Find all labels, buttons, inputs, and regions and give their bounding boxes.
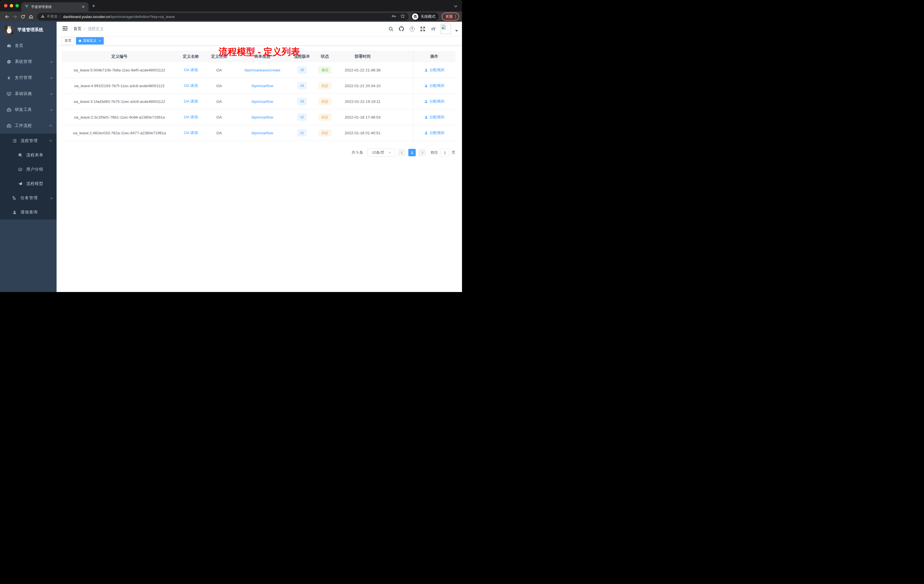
- sidebar-item-devtools[interactable]: 研发工具: [0, 102, 56, 118]
- yen-icon: ¥: [6, 76, 12, 80]
- sidebar-item-leave-query[interactable]: 请假查询: [0, 205, 56, 219]
- cell-category: OA: [205, 78, 234, 94]
- cell-deploy-time: 2022-01-16 17:46:53: [337, 109, 389, 125]
- close-window-button[interactable]: [4, 4, 7, 7]
- cell-category: OA: [205, 109, 234, 125]
- breadcrumb-home[interactable]: 首页: [73, 26, 81, 31]
- next-page-button[interactable]: [419, 149, 426, 156]
- sidebar-item-payment[interactable]: ¥ 支付管理: [0, 70, 56, 86]
- assign-rule-button[interactable]: 分配规则: [424, 130, 444, 135]
- version-badge: v4: [297, 82, 307, 89]
- col-actions: 操作: [413, 51, 455, 62]
- cell-definition-id: oa_leave:5:004b710b-7b8a-11ec-8ef0-acde4…: [62, 62, 177, 78]
- form-info-link[interactable]: /bpm/oa/leave/create: [244, 68, 280, 72]
- minimize-window-button[interactable]: [10, 4, 13, 7]
- tab-close-icon[interactable]: ✕: [81, 5, 86, 9]
- hamburger-icon[interactable]: [60, 26, 70, 32]
- definition-name-link[interactable]: OA 请假: [184, 99, 198, 104]
- security-label[interactable]: 不安全: [46, 14, 58, 19]
- browser-tab[interactable]: 芋道管理系统 ✕: [21, 2, 89, 12]
- search-icon[interactable]: [388, 26, 394, 32]
- url-text[interactable]: dashboard.yudao.iocoder.cn/bpm/manager/d…: [63, 15, 389, 19]
- sidebar-item-process-form[interactable]: 流程表单: [0, 148, 56, 162]
- assign-rule-button[interactable]: 分配规则: [424, 115, 444, 120]
- workflow-submenu: 流程管理 流程表单 用户分组: [0, 134, 56, 219]
- definition-name-link[interactable]: OA 请假: [184, 115, 198, 120]
- goto-page-input[interactable]: [440, 149, 449, 156]
- assign-rule-button[interactable]: 分配规则: [424, 99, 444, 104]
- status-badge: 挂起: [318, 114, 331, 120]
- sidebar-item-workflow[interactable]: 工作流程: [0, 118, 56, 134]
- security-warning-icon[interactable]: [41, 14, 45, 20]
- status-badge: 挂起: [318, 82, 331, 89]
- form-info-link[interactable]: /bpm/oa/flow: [251, 131, 274, 135]
- address-bar[interactable]: 不安全 dashboard.yudao.iocoder.cn/bpm/manag…: [37, 13, 409, 21]
- current-page-button[interactable]: 1: [408, 149, 416, 156]
- org-tree-icon: [12, 196, 17, 200]
- home-button[interactable]: [27, 13, 35, 21]
- tab-overview-chevron-icon[interactable]: [455, 3, 458, 6]
- sidebar-item-home[interactable]: 首页: [0, 38, 56, 54]
- table-header-row: 定义编号 定义名称 定义分类 表单信息 流程版本 状态 部署时间 操作: [62, 51, 455, 62]
- chrome-update-button[interactable]: 更新: [442, 13, 459, 21]
- zoom-window-button[interactable]: [15, 4, 19, 7]
- password-key-icon[interactable]: [391, 14, 396, 20]
- col-definition-name: 定义名称: [177, 51, 205, 62]
- table-row: oa_leave:2:3c1f0ef1-76b1-11ec-9c66-a2380…: [62, 109, 455, 125]
- form-info-link[interactable]: /bpm/oa/flow: [251, 84, 274, 88]
- cell-deploy-time: 2022-01-16 01:40:51: [337, 125, 389, 141]
- sidebar-item-user-group[interactable]: 用户分组: [0, 162, 56, 177]
- sidebar-logo[interactable]: 芋道管理系统: [0, 22, 56, 38]
- form-info-link[interactable]: /bpm/oa/flow: [251, 99, 274, 104]
- cell-category: OA: [205, 62, 234, 78]
- definition-name-link[interactable]: OA 请假: [184, 83, 198, 88]
- tag-home[interactable]: 首页: [62, 37, 74, 45]
- sidebar-item-task-manage[interactable]: 任务管理: [0, 191, 56, 205]
- version-badge: v3: [297, 98, 307, 105]
- sidebar-item-infra[interactable]: 基础设施: [0, 86, 56, 102]
- user-avatar[interactable]: [441, 24, 451, 34]
- sidebar-item-process-model[interactable]: 流程模型: [0, 177, 56, 191]
- chevron-down-icon: [50, 92, 53, 95]
- prev-page-button[interactable]: [398, 149, 406, 156]
- col-form-info: 表单信息: [234, 51, 291, 62]
- briefcase-icon: [6, 124, 12, 128]
- assign-rule-button[interactable]: 分配规则: [424, 68, 444, 73]
- goto-label: 前往: [431, 150, 438, 155]
- new-tab-button[interactable]: +: [92, 2, 95, 10]
- reload-button[interactable]: [19, 13, 27, 21]
- sidebar-item-process-manage[interactable]: 流程管理: [0, 134, 56, 148]
- definition-name-link[interactable]: OA 请假: [184, 68, 198, 73]
- page-size-select[interactable]: 10条/页: [367, 148, 395, 157]
- sidebar: 芋道管理系统 首页 系统管理 ¥ 支付管: [0, 22, 56, 292]
- tag-process-definition[interactable]: 流程定义 ×: [76, 37, 104, 45]
- col-definition-category: 定义分类: [205, 51, 234, 62]
- forward-button[interactable]: [11, 13, 19, 21]
- window-controls[interactable]: [4, 4, 19, 7]
- fullscreen-icon[interactable]: [419, 26, 426, 32]
- user-icon: [424, 84, 428, 88]
- avatar-dropdown-caret[interactable]: [455, 30, 458, 32]
- status-badge: 激活: [318, 66, 331, 73]
- font-size-icon[interactable]: тT: [430, 26, 436, 32]
- definition-name-link[interactable]: OA 请假: [184, 130, 198, 135]
- assign-rule-button[interactable]: 分配规则: [424, 83, 444, 88]
- help-icon[interactable]: ?: [409, 26, 415, 32]
- breadcrumb-separator: /: [84, 26, 85, 31]
- cell-category: OA: [205, 125, 234, 141]
- bookmark-star-icon[interactable]: [400, 14, 405, 20]
- cell-definition-id: oa_leave:4:991f2193-7b7f-11ec-a3c8-acde4…: [62, 78, 177, 94]
- sidebar-item-system[interactable]: 系统管理: [0, 54, 56, 70]
- form-info-link[interactable]: /bpm/oa/flow: [251, 115, 274, 119]
- tag-close-icon[interactable]: ×: [99, 39, 101, 43]
- github-icon[interactable]: [398, 26, 404, 32]
- user-icon: [424, 131, 428, 135]
- omnibox-divider: [60, 15, 60, 18]
- col-status: 状态: [313, 51, 337, 62]
- chevron-down-icon: [50, 196, 53, 199]
- gear-icon: [6, 59, 12, 64]
- browser-menu-icon[interactable]: [455, 15, 456, 18]
- browser-window: 芋道管理系统 ✕ + 不安全 dashboard.yudao.iocoder.c…: [0, 0, 462, 292]
- back-button[interactable]: [3, 13, 11, 21]
- breadcrumb-current: 流程定义: [88, 26, 104, 31]
